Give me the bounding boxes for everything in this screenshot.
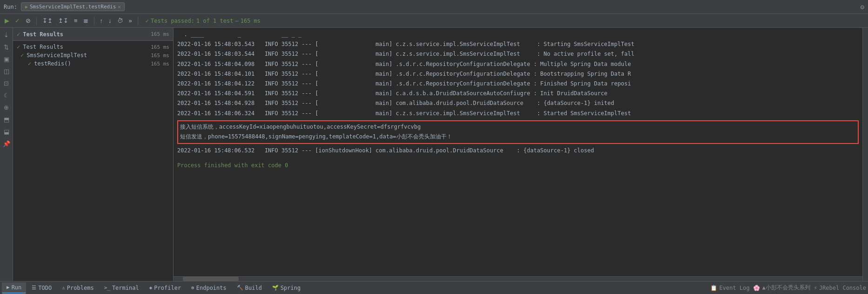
tree-root-duration: 165 ms — [151, 44, 169, 50]
tab-build-label: Build — [245, 285, 262, 291]
log-line-7: 2022-01-16 15:48:06.324 INFO 35512 --- [… — [177, 109, 859, 118]
check-green-icon: ✓ — [146, 18, 149, 24]
tab-spring[interactable]: 🌱 Spring — [267, 282, 305, 294]
csdn-label: ▲小彭不会秃头系列 — [762, 284, 810, 292]
right-scrollbar[interactable] — [862, 28, 868, 281]
header-duration: 165 ms — [151, 31, 169, 37]
event-log-icon: 📋 — [710, 285, 717, 291]
tab-build[interactable]: 🔨 Build — [232, 282, 267, 294]
console-output[interactable]: . ____ _ __ _ _ 2022-01-16 15:48:03.543 … — [174, 28, 862, 276]
log-line-3: 2022-01-16 15:48:04.101 INFO 35512 --- [… — [177, 69, 859, 79]
tree-class-label: SmsServiceImplTest — [27, 52, 87, 59]
highlight-line-1: 接入短信系统，accessKeyId=xiaopengbuhuituotou,a… — [180, 122, 856, 132]
tab-endpoints[interactable]: ⊕ Endpoints — [187, 282, 231, 294]
side-icon-4[interactable]: ◫ — [1, 66, 12, 76]
tree-class-check: ✓ — [20, 52, 24, 59]
more-button[interactable]: » — [127, 16, 134, 25]
run-tab[interactable]: ▶ SmsServiceImplTest.testRedis ✕ — [21, 2, 125, 11]
log-line-4: 2022-01-16 15:48:04.122 INFO 35512 --- [… — [177, 79, 859, 89]
log-line-5: 2022-01-16 15:48:04.591 INFO 35512 --- [… — [177, 89, 859, 98]
event-log-label: Event Log — [719, 285, 749, 291]
tree-item-class[interactable]: ✓ SmsServiceImplTest 165 ms — [13, 51, 173, 59]
run-button[interactable]: ▶ — [3, 16, 11, 25]
arrow-up-button[interactable]: ↑ — [98, 16, 105, 25]
align-left-button[interactable]: ≡ — [72, 16, 80, 25]
header-check-icon: ✓ — [17, 31, 20, 38]
tab-run-label: Run — [12, 284, 22, 291]
tab-profiler-label: Profiler — [154, 285, 181, 291]
event-log-item[interactable]: 📋 Event Log — [710, 285, 749, 291]
test-results-header: ✓ Test Results 165 ms — [13, 28, 173, 41]
side-icon-9[interactable]: ⬓ — [1, 126, 12, 137]
side-icon-1[interactable]: ⇣ — [1, 30, 12, 40]
tests-passed-label: Tests passed: — [151, 18, 194, 24]
csdn-icon: 🌸 — [753, 285, 760, 291]
highlight-line-2: 短信发送，phone=15575488448,signName=pengying… — [180, 132, 856, 142]
tree-item-root[interactable]: ✓ Test Results 165 ms — [13, 43, 173, 51]
sort-desc-button[interactable]: ↥↧ — [56, 16, 70, 25]
bottom-bar: ▶ Run ☰ TODO ⚠ Problems >_ Terminal ◈ Pr… — [0, 281, 868, 294]
log-line-1: 2022-01-16 15:48:03.544 INFO 35512 --- [… — [177, 49, 859, 59]
tests-passed-dash: – — [235, 18, 238, 24]
endpoints-tab-icon: ⊕ — [191, 285, 194, 291]
stop-button[interactable]: ⊘ — [24, 16, 33, 25]
tab-problems-label: Problems — [67, 285, 94, 291]
log-line-0: 2022-01-16 15:48:03.543 INFO 35512 --- [… — [177, 39, 859, 49]
bottom-bar-right: 📋 Event Log 🌸 ▲小彭不会秃头系列 ⚡ JRebel Console — [710, 284, 866, 292]
toolbar-sep2 — [94, 17, 94, 25]
side-icon-8[interactable]: ⬒ — [1, 114, 12, 124]
rebel-console-item[interactable]: ⚡ JRebel Console — [814, 285, 866, 291]
highlight-box: 接入短信系统，accessKeyId=xiaopengbuhuituotou,a… — [177, 120, 859, 144]
tab-terminal[interactable]: >_ Terminal — [100, 282, 144, 294]
process-finished-spacer: Process finished with exit code 0 — [177, 161, 859, 170]
top-bar: Run: ▶ SmsServiceImplTest.testRedis ✕ ⚙ — [0, 0, 868, 14]
csdn-item[interactable]: 🌸 ▲小彭不会秃头系列 — [753, 284, 810, 292]
tree-class-duration: 165 ms — [151, 52, 169, 59]
tab-spring-label: Spring — [280, 285, 300, 291]
side-icon-6[interactable]: ☾ — [1, 90, 12, 100]
problems-tab-icon: ⚠ — [62, 285, 65, 291]
left-panel: ✓ Test Results 165 ms ✓ Test Results 165… — [13, 28, 174, 281]
side-icon-2[interactable]: ⇅ — [1, 42, 12, 52]
toolbar-sep1 — [36, 17, 37, 25]
tree-item-method[interactable]: ✓ testRedis() 165 ms — [13, 59, 173, 68]
check-button[interactable]: ✓ — [13, 16, 22, 25]
tab-profiler[interactable]: ◈ Profiler — [145, 282, 186, 294]
side-icon-5[interactable]: ⊡ — [1, 78, 12, 88]
run-tab-label: SmsServiceImplTest.testRedis — [30, 4, 116, 10]
tab-problems[interactable]: ⚠ Problems — [57, 282, 98, 294]
right-panel: . ____ _ __ _ _ 2022-01-16 15:48:03.543 … — [174, 28, 862, 281]
tests-passed-msg: ✓ Tests passed: 1 of 1 test – 165 ms — [146, 18, 260, 24]
profiler-tab-icon: ◈ — [149, 285, 153, 291]
spring-tab-icon: 🌱 — [272, 285, 279, 291]
build-tab-icon: 🔨 — [237, 285, 243, 291]
test-tree: ✓ Test Results 165 ms ✓ SmsServiceImplTe… — [13, 41, 173, 281]
tests-passed-value: 1 of 1 test — [196, 18, 233, 24]
tab-run[interactable]: ▶ Run — [2, 282, 26, 294]
arrow-down-button[interactable]: ↓ — [107, 16, 114, 25]
log-line-spring-banner: . ____ _ __ _ _ — [177, 30, 859, 39]
tab-endpoints-label: Endpoints — [196, 285, 227, 291]
horizontal-scrollbar[interactable] — [174, 276, 862, 281]
tab-todo[interactable]: ☰ TODO — [27, 282, 56, 294]
side-icon-7[interactable]: ⊕ — [1, 102, 12, 112]
align-right-button[interactable]: ≣ — [81, 16, 90, 25]
sort-asc-button[interactable]: ↧↥ — [40, 16, 54, 25]
toolbar: ▶ ✓ ⊘ ↧↥ ↥↧ ≡ ≣ ↑ ↓ ⏱ » ✓ Tests passed: … — [0, 14, 868, 28]
tree-root-check: ✓ — [17, 44, 20, 50]
test-results-label: Test Results — [23, 31, 63, 38]
log-line-after-0: 2022-01-16 15:48:06.532 INFO 35512 --- [… — [177, 146, 859, 156]
tab-todo-label: TODO — [38, 285, 52, 291]
side-icon-10[interactable]: 📌 — [1, 138, 12, 149]
clock-button[interactable]: ⏱ — [115, 16, 125, 25]
test-results-title: ✓ Test Results — [17, 31, 63, 38]
tree-method-check: ✓ — [28, 60, 31, 67]
gear-icon[interactable]: ⚙ — [861, 3, 864, 11]
side-icon-3[interactable]: ▣ — [1, 54, 12, 64]
rebel-label: JRebel Console — [819, 285, 866, 291]
tab-terminal-label: Terminal — [112, 285, 139, 291]
tree-root-label: Test Results — [23, 44, 63, 50]
run-tab-close[interactable]: ✕ — [118, 4, 120, 9]
side-icons: ⇣ ⇅ ▣ ◫ ⊡ ☾ ⊕ ⬒ ⬓ 📌 — [0, 28, 13, 281]
horizontal-scrollbar-thumb[interactable] — [183, 277, 239, 281]
